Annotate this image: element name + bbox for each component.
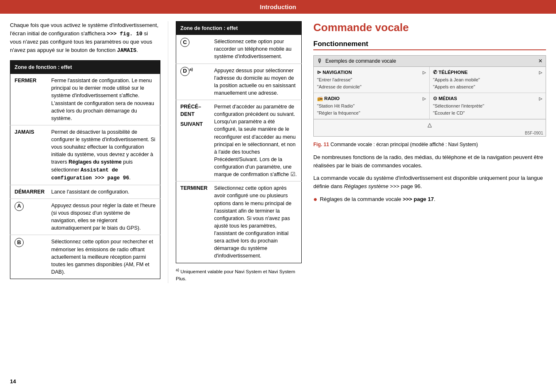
nav-items: "Entrer l'adresse" "Adresse de domicile" (317, 76, 426, 90)
key-demarrer: DÉMARRER (10, 185, 47, 198)
val-a: Appuyez dessus pour régler la date et l'… (47, 198, 160, 235)
voice-cell-medias-header: ⊙ MÉDIAS ▷ (433, 96, 542, 101)
voice-cell-navigation: ⊳ NAVIGATION ▷ "Entrer l'adresse" "Adres… (314, 67, 430, 93)
key-c: C (176, 35, 210, 64)
voice-cell-tel-header: ✆ TÉLÉPHONE ▷ (433, 69, 542, 75)
voice-cell-radio-header: 📻 RADIO ▷ (317, 96, 426, 101)
table-row: B Sélectionnez cette option pour recherc… (10, 235, 160, 279)
footnote: a) Uniquement valable pour Navi System e… (176, 267, 302, 282)
close-icon[interactable]: × (539, 57, 542, 65)
fonctionnement-title: Fonctionnement (313, 40, 546, 50)
circle-b-icon: B (15, 238, 24, 247)
right-text-1: De nombreuses fonctions de la radio, des… (313, 153, 546, 170)
table-row: DÉMARRER Lance l'assistant de configurat… (10, 185, 160, 198)
voice-box-header-left: 🎙 Exemples de commande vocale (317, 58, 396, 64)
circle-a-icon: A (15, 202, 24, 211)
middle-table-header: Zone de fonction : effet (176, 22, 302, 35)
voice-cell-radio: 📻 RADIO ▷ "Station Hit Radio" "Régler la… (314, 93, 430, 119)
key-jamais: JAMAIS (10, 125, 47, 185)
reglages-italic: Réglages système (344, 183, 389, 189)
header-bar: Introduction (0, 0, 556, 14)
tel-label: ✆ TÉLÉPHONE (433, 69, 467, 75)
val-preced-suivant: Permet d'accéder au paramètre de configu… (210, 100, 301, 181)
right-column: Commande vocale Fonctionnement 🎙 Exemple… (309, 21, 546, 283)
voice-cell-medias: ⊙ MÉDIAS ▷ "Sélectionner l'interprète" "… (430, 93, 546, 119)
voice-command-box: 🎙 Exemples de commande vocale × ⊳ NAVIGA… (313, 55, 546, 137)
medias-label: ⊙ MÉDIAS (433, 96, 457, 101)
table-row: JAMAIS Permet de désactiver la possibili… (10, 125, 160, 185)
fig-label: Fig. 11 (313, 142, 329, 147)
voice-cell-nav-header: ⊳ NAVIGATION ▷ (317, 69, 426, 75)
tel-arrow: ▷ (539, 70, 542, 75)
middle-column: Zone de fonction : effet C Sélectionnez … (168, 21, 309, 283)
voice-code: B5F-0901 (314, 130, 546, 136)
val-terminer: Sélectionnez cette option après avoir co… (210, 181, 301, 263)
radio-items: "Station Hit Radio" "Régler la fréquence… (317, 103, 426, 116)
medias-arrow: ▷ (539, 96, 542, 101)
voice-cell-telephone: ✆ TÉLÉPHONE ▷ "Appels à Jean mobile" "Ap… (430, 67, 546, 93)
bullet-dot: ● (313, 195, 317, 203)
val-jamais: Permet de désactiver la possibilité de c… (47, 125, 160, 185)
fig-caption-text: Commande vocale : écran principal (modèl… (330, 142, 478, 147)
key-d: Da) (176, 64, 210, 100)
val-b: Sélectionnez cette option pour recherche… (47, 235, 160, 279)
voice-box-title: Exemples de commande vocale (325, 58, 396, 64)
tel-items: "Appels à Jean mobile" "Appels en absenc… (433, 76, 542, 90)
commande-vocale-title: Commande vocale (313, 21, 546, 34)
radio-label: 📻 RADIO (317, 96, 340, 101)
val-demarrer: Lance l'assistant de configuration. (47, 185, 160, 198)
val-fermer: Ferme l'assistant de configuration. Le m… (47, 74, 160, 125)
key-terminer: TERMINER (176, 181, 210, 263)
table-row: PRÉCÉ–DENT SUIVANT Permet d'accéder au p… (176, 100, 302, 181)
nav-label: ⊳ NAVIGATION (317, 69, 352, 75)
left-table-header: Zone de fonction : effet (10, 61, 160, 74)
intro-paragraph: Chaque fois que vous activez le système … (10, 21, 160, 54)
bullet-item: ● Réglages de la commande vocale >>> pag… (313, 195, 546, 203)
voice-grid: ⊳ NAVIGATION ▷ "Entrer l'adresse" "Adres… (314, 67, 546, 119)
left-column: Chaque fois que vous activez le système … (10, 21, 168, 283)
header-title: Introduction (260, 3, 296, 10)
voice-box-header: 🎙 Exemples de commande vocale × (314, 56, 546, 67)
middle-zone-table: Zone de fonction : effet C Sélectionnez … (176, 21, 302, 263)
mic-icon: 🎙 (317, 58, 323, 64)
key-preced-suivant: PRÉCÉ–DENT SUIVANT (176, 100, 210, 181)
radio-arrow: ▷ (423, 96, 426, 101)
circle-d-icon: D (180, 67, 189, 76)
voice-bottom: △ (314, 119, 546, 130)
table-row: FERMER Ferme l'assistant de configuratio… (10, 74, 160, 125)
table-row: C Sélectionnez cette option pour raccord… (176, 35, 302, 64)
key-a: A (10, 198, 47, 235)
bullet-text: Réglages de la commande vocale >>> page … (320, 195, 435, 203)
medias-items: "Sélectionner l'interprète" "Écouter le … (433, 103, 542, 116)
key-fermer: FERMER (10, 74, 47, 125)
val-c: Sélectionnez cette option pour raccorder… (210, 35, 301, 64)
page-number: 14 (10, 378, 16, 385)
circle-c-icon: C (180, 38, 189, 47)
fig-caption: Fig. 11 Commande vocale : écran principa… (313, 141, 546, 148)
val-d: Appuyez dessus pour sélectionner l'adres… (210, 64, 301, 100)
left-zone-table: Zone de fonction : effet FERMER Ferme l'… (10, 60, 160, 279)
table-row: A Appuyez dessus pour régler la date et … (10, 198, 160, 235)
right-text-2: La commande vocale du système d'infodive… (313, 174, 546, 191)
table-row: Da) Appuyez dessus pour sélectionner l'a… (176, 64, 302, 100)
table-row: TERMINER Sélectionnez cette option après… (176, 181, 302, 263)
triangle-icon: △ (428, 122, 432, 128)
key-b: B (10, 235, 47, 279)
nav-arrow: ▷ (423, 70, 426, 75)
